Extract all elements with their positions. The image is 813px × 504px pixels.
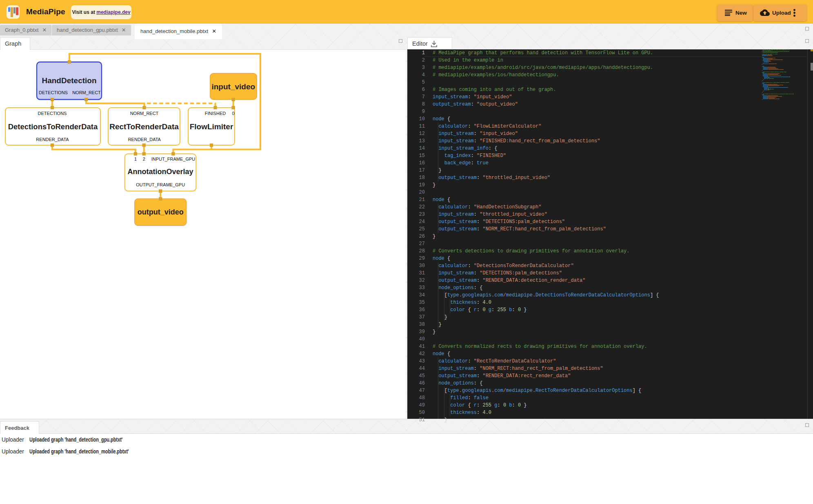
svg-text:NORM_RECT: NORM_RECT	[72, 90, 101, 95]
svg-text:input_video: input_video	[211, 82, 255, 91]
svg-text:OUTPUT_FRAME_GPU: OUTPUT_FRAME_GPU	[136, 182, 185, 187]
svg-text:RENDER_DATA: RENDER_DATA	[128, 137, 161, 142]
svg-text:output_video: output_video	[138, 208, 184, 216]
svg-text:DetectionsToRenderData: DetectionsToRenderData	[8, 122, 98, 131]
svg-text:FINISHED: FINISHED	[205, 111, 226, 116]
svg-text:RENDER_DATA: RENDER_DATA	[36, 137, 69, 142]
svg-text:2: 2	[143, 157, 145, 161]
svg-text:DETECTIONS: DETECTIONS	[39, 90, 68, 95]
svg-text:AnnotationOverlay: AnnotationOverlay	[127, 168, 193, 176]
svg-text:DETECTIONS: DETECTIONS	[38, 111, 67, 116]
svg-text:HandDetection: HandDetection	[42, 76, 96, 85]
svg-text:INPUT_FRAME_GPU: INPUT_FRAME_GPU	[151, 157, 195, 161]
svg-text:FlowLimiter: FlowLimiter	[190, 122, 233, 131]
svg-text:1: 1	[134, 157, 137, 161]
svg-text:NORM_RECT: NORM_RECT	[130, 111, 159, 116]
svg-text:RectToRenderData: RectToRenderData	[109, 122, 179, 131]
svg-text:0: 0	[232, 111, 235, 116]
